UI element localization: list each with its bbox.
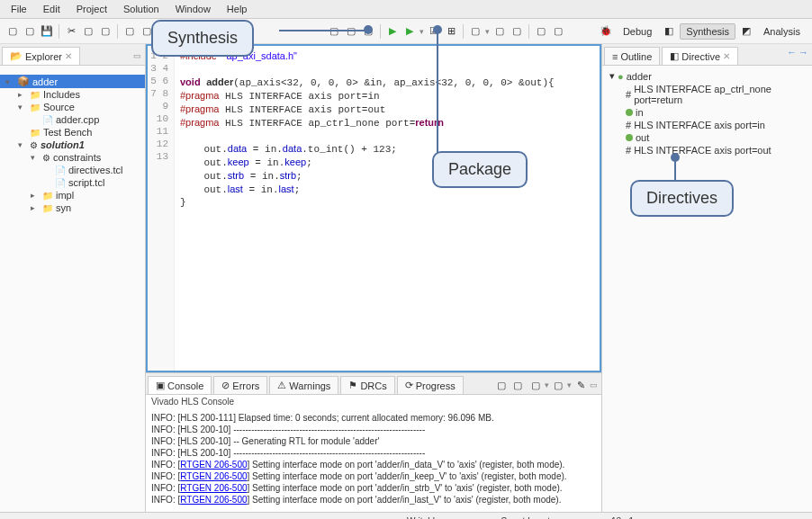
- console-line: INFO: [RTGEN 206-500] Setting interface …: [151, 482, 596, 494]
- tree-item[interactable]: directives.tcl: [0, 164, 145, 176]
- close-icon[interactable]: ✕: [723, 51, 730, 61]
- tree-item[interactable]: ▸Includes: [0, 88, 145, 101]
- open-icon[interactable]: ▢: [23, 24, 37, 39]
- dropdown-icon[interactable]: ▾: [485, 27, 490, 36]
- console-tab-warnings[interactable]: ⚠ Warnings: [269, 376, 338, 394]
- tree-item[interactable]: ▸syn: [0, 201, 145, 214]
- directive-item[interactable]: # HLS INTERFACE axis port=in: [602, 119, 812, 131]
- console-tab-errors[interactable]: ⊘ Errors: [213, 376, 267, 394]
- tool-icon[interactable]: ▢: [122, 24, 137, 39]
- save-icon[interactable]: 💾: [40, 24, 54, 39]
- dropdown-icon[interactable]: ▾: [567, 380, 572, 389]
- tab-label: Console: [167, 380, 203, 391]
- directive-root[interactable]: ▾ ● adder: [602, 69, 812, 83]
- tool-icon[interactable]: ▢: [534, 24, 548, 39]
- tree-item-label: constraints: [53, 152, 101, 163]
- explorer-tab-label: Explorer: [25, 51, 62, 62]
- outline-tab[interactable]: ≡ Outline: [604, 47, 660, 65]
- tree-item-label: syn: [56, 202, 71, 213]
- forward-icon[interactable]: →: [798, 47, 808, 65]
- console-line: INFO: [RTGEN 206-500] Setting interface …: [151, 470, 596, 482]
- clear-icon[interactable]: ✎: [573, 378, 588, 392]
- main-toolbar: ▢ ▢ 💾 ✂ ▢ ▢ ▢ ▢ ▢ ▢ ▢ ▢ ▢ ▶ ▶ ▾ ☑ ⊞ ▢ ▾ …: [0, 19, 812, 44]
- menu-edit[interactable]: Edit: [36, 2, 68, 16]
- perspective-analysis[interactable]: Analysis: [757, 23, 807, 40]
- outline-tab-label: Outline: [620, 51, 652, 62]
- tool-icon[interactable]: ▢: [551, 24, 565, 39]
- console-tool-icon[interactable]: ▢: [510, 378, 525, 392]
- menu-file[interactable]: File: [4, 2, 34, 16]
- console-link[interactable]: RTGEN 206-500: [180, 471, 247, 481]
- port-icon: [626, 109, 633, 116]
- explorer-tab[interactable]: 📂 Explorer ✕: [2, 47, 80, 65]
- console-tab-console[interactable]: ▣ Console: [148, 376, 212, 394]
- tree-item[interactable]: ▸impl: [0, 189, 145, 201]
- console-output[interactable]: INFO: [HLS 200-111] Elapsed time: 0 seco…: [146, 408, 601, 512]
- console-tool-icon[interactable]: ▢: [494, 378, 509, 392]
- analysis-icon: ◩: [739, 24, 753, 39]
- dropdown-icon[interactable]: ▾: [420, 27, 424, 36]
- status-bar: Writable Smart Insert 13 : 1: [0, 512, 812, 519]
- file-icon: [55, 177, 66, 188]
- synthesis-run-icon[interactable]: ▶: [402, 24, 417, 39]
- directive-item[interactable]: in: [602, 106, 812, 119]
- run-icon[interactable]: ▶: [385, 24, 400, 39]
- directive-tab[interactable]: ◧ Directive ✕: [662, 47, 738, 65]
- console-tool-icon[interactable]: ▢: [551, 378, 565, 392]
- menu-project[interactable]: Project: [69, 2, 114, 16]
- copy-icon[interactable]: ▢: [81, 24, 95, 39]
- console-pane: ▣ Console⊘ Errors⚠ Warnings⚑ DRCs⟳ Progr…: [146, 372, 601, 512]
- perspective-debug[interactable]: Debug: [617, 23, 658, 40]
- directive-root-label: adder: [627, 71, 652, 82]
- menu-solution[interactable]: Solution: [116, 2, 167, 16]
- directive-item[interactable]: # HLS INTERFACE ap_ctrl_none port=return: [602, 83, 812, 106]
- console-tab-drcs[interactable]: ⚑ DRCs: [340, 376, 394, 394]
- tree-item[interactable]: script.tcl: [0, 176, 145, 189]
- directive-item-label: HLS INTERFACE axis port=out: [634, 145, 771, 156]
- minimize-icon[interactable]: ▭: [590, 380, 598, 389]
- tree-root-label: adder: [32, 76, 58, 87]
- separator: [59, 24, 59, 39]
- right-tab-bar: ≡ Outline ◧ Directive ✕ ← →: [602, 44, 812, 66]
- function-icon: ●: [618, 71, 624, 82]
- console-link[interactable]: RTGEN 206-500: [180, 483, 247, 493]
- console-link[interactable]: RTGEN 206-500: [180, 495, 247, 505]
- console-tool-icon[interactable]: ▢: [528, 378, 543, 392]
- compare-icon[interactable]: ▢: [468, 24, 483, 39]
- perspective-synthesis[interactable]: Synthesis: [680, 23, 735, 40]
- dropdown-icon[interactable]: ▾: [545, 380, 549, 389]
- directive-icon: ◧: [670, 50, 679, 62]
- minimize-icon[interactable]: ▭: [133, 51, 141, 60]
- directive-item[interactable]: out: [602, 131, 812, 144]
- paste-icon[interactable]: ▢: [98, 24, 113, 39]
- code-editor[interactable]: 1 2 3 4 5 6 7 8 9 10 11 12 13 #include "…: [146, 44, 601, 372]
- tool-icon[interactable]: ▢: [510, 24, 524, 39]
- explorer-icon: 📂: [10, 50, 23, 62]
- debug-icon[interactable]: 🐞: [599, 24, 613, 39]
- tree-item[interactable]: Test Bench: [0, 126, 145, 139]
- tab-label: Errors: [232, 380, 259, 391]
- tree-item[interactable]: adder.cpp: [0, 113, 145, 126]
- menu-help[interactable]: Help: [220, 2, 255, 16]
- console-tab-bar: ▣ Console⊘ Errors⚠ Warnings⚑ DRCs⟳ Progr…: [146, 373, 601, 395]
- close-icon[interactable]: ✕: [65, 51, 72, 61]
- tree-item[interactable]: ▾Source: [0, 101, 145, 113]
- directive-item[interactable]: # HLS INTERFACE axis port=out: [602, 144, 812, 157]
- console-tab-progress[interactable]: ⟳ Progress: [397, 376, 464, 394]
- cut-icon[interactable]: ✂: [64, 24, 78, 39]
- new-icon[interactable]: ▢: [5, 24, 20, 39]
- tab-label: Warnings: [289, 380, 330, 391]
- tool-icon[interactable]: ▢: [492, 24, 507, 39]
- menu-window[interactable]: Window: [168, 2, 218, 16]
- tree-item[interactable]: ▾constraints: [0, 151, 145, 164]
- package-icon[interactable]: ⊞: [444, 24, 458, 39]
- console-link[interactable]: RTGEN 206-500: [180, 460, 247, 470]
- tree-item[interactable]: ▾solution1: [0, 139, 145, 151]
- folder-icon: [30, 127, 41, 138]
- code-content[interactable]: #include "ap_axi_sdata.h" void adder(ap_…: [175, 46, 600, 371]
- tree-project-root[interactable]: ▾ 📦 adder: [0, 75, 145, 88]
- directive-tab-label: Directive: [681, 51, 720, 62]
- outline-icon: ≡: [612, 51, 618, 62]
- console-line: INFO: [HLS 200-10] ---------------------…: [151, 447, 596, 459]
- back-icon[interactable]: ←: [787, 47, 797, 65]
